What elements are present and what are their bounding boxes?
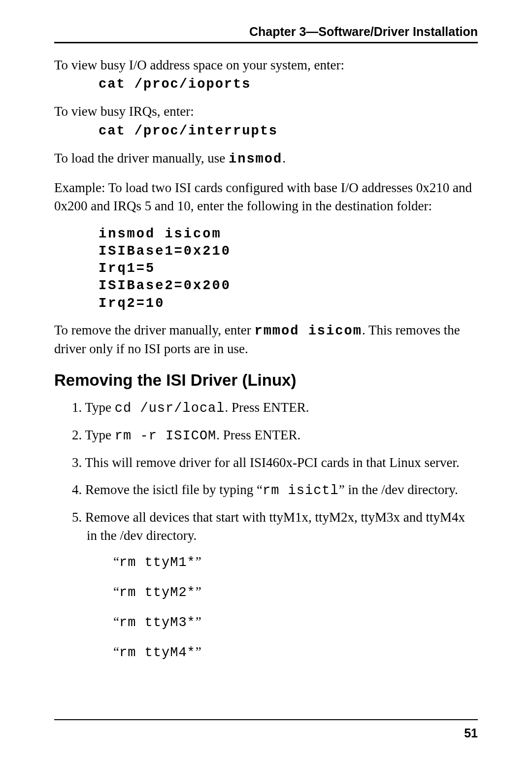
step-2: 2. Type rm -r ISICOM. Press ENTER.	[84, 426, 478, 445]
step-1: 1. Type cd /usr/local. Press ENTER.	[84, 399, 478, 417]
rm-ttym4-cmd: rm ttyM4*	[119, 645, 196, 660]
rm-ttym4-openquote: “	[113, 644, 119, 659]
step-5: 5. Remove all devices that start with tt…	[84, 508, 478, 544]
code-line-4: ISIBase2=0x200	[99, 277, 478, 295]
rm-ttym3-openquote: “	[113, 614, 119, 629]
page-number: 51	[464, 726, 478, 740]
step-2-suffix: . Press ENTER.	[216, 428, 300, 442]
load-driver-suffix: .	[282, 151, 286, 166]
code-line-2: ISIBase1=0x210	[99, 243, 478, 260]
code-line-5: Irq2=10	[99, 295, 478, 312]
step-1-prefix: 1. Type	[72, 400, 115, 415]
code-line-3: Irq1=5	[99, 260, 478, 277]
view-irqs-text: To view busy IRQs, enter:	[54, 102, 478, 120]
load-driver-prefix: To load the driver manually, use	[54, 151, 229, 166]
load-driver-text: To load the driver manually, use insmod.	[54, 149, 478, 168]
step-1-cmd: cd /usr/local	[115, 401, 225, 416]
rm-ttym2: “rm ttyM2*”	[113, 583, 478, 601]
view-ioports-cmd: cat /proc/ioports	[99, 77, 478, 92]
rm-ttym3-cmd: rm ttyM3*	[119, 615, 196, 630]
rmmod-cmd: rmmod isicom	[254, 324, 362, 338]
rm-ttym3: “rm ttyM3*”	[113, 613, 478, 632]
remove-driver-text: To remove the driver manually, enter rmm…	[54, 321, 478, 358]
step-4-cmd: rm isictl	[263, 483, 339, 498]
rm-ttym1: “rm ttyM1*”	[113, 553, 478, 571]
step-2-cmd: rm -r ISICOM	[115, 429, 216, 443]
rm-ttym1-cmd: rm ttyM1*	[119, 555, 196, 570]
step-2-prefix: 2. Type	[72, 428, 115, 442]
step-4: 4. Remove the isictl file by typing “rm …	[84, 481, 478, 499]
rm-ttym2-closequote: ”	[196, 584, 201, 599]
step-4-prefix: 4. Remove the isictl file by typing “	[72, 482, 263, 497]
chapter-header: Chapter 3—Software/Driver Installation	[54, 25, 478, 43]
insmod-code-block: insmod isicom ISIBase1=0x210 Irq1=5 ISIB…	[99, 226, 478, 312]
view-irqs-cmd: cat /proc/interrupts	[99, 124, 478, 138]
rm-ttym2-cmd: rm ttyM2*	[119, 585, 196, 600]
rm-ttym2-openquote: “	[113, 584, 119, 599]
rm-ttym1-openquote: “	[113, 554, 119, 569]
step-1-suffix: . Press ENTER.	[225, 400, 309, 415]
rm-commands: “rm ttyM1*” “rm ttyM2*” “rm ttyM3*” “rm …	[113, 553, 478, 662]
section-heading: Removing the ISI Driver (Linux)	[54, 371, 478, 390]
step-4-suffix: ” in the /dev directory.	[339, 482, 458, 497]
rm-ttym3-closequote: ”	[196, 614, 201, 629]
example-text: Example: To load two ISI cards configure…	[54, 179, 478, 215]
rm-ttym1-closequote: ”	[196, 554, 201, 569]
remove-driver-prefix: To remove the driver manually, enter	[54, 323, 254, 337]
page-footer: 51	[54, 719, 478, 740]
insmod-cmd: insmod	[229, 152, 282, 166]
steps-list: 1. Type cd /usr/local. Press ENTER. 2. T…	[54, 399, 478, 545]
code-line-1: insmod isicom	[99, 226, 478, 243]
step-3: 3. This will remove driver for all ISI46…	[84, 454, 478, 471]
rm-ttym4: “rm ttyM4*”	[113, 643, 478, 662]
view-ioports-text: To view busy I/O address space on your s…	[54, 56, 478, 74]
rm-ttym4-closequote: ”	[196, 644, 201, 659]
